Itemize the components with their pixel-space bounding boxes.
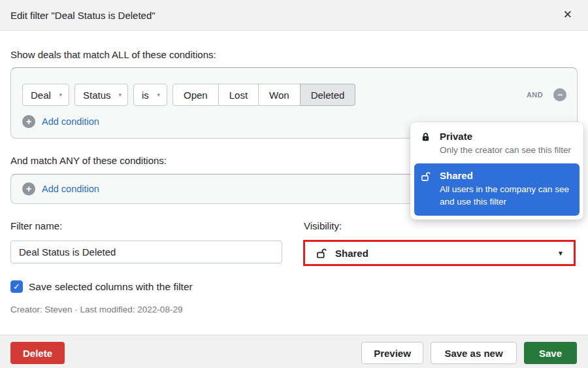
plus-icon: + xyxy=(22,182,35,195)
plus-icon: + xyxy=(22,115,35,128)
option-name: Shared xyxy=(440,170,573,181)
object-dropdown[interactable]: Deal ▾ xyxy=(22,84,69,106)
add-condition-button[interactable]: + Add condition xyxy=(22,115,99,128)
object-dropdown-value: Deal xyxy=(31,90,51,101)
field-dropdown-value: Status xyxy=(83,90,111,101)
modal-header: Edit filter "Deal Status is Deleted" ✕ xyxy=(0,0,588,31)
visibility-select[interactable]: Shared ▼ xyxy=(303,240,576,266)
operator-dropdown[interactable]: is ▾ xyxy=(133,84,167,106)
visibility-selected-value: Shared xyxy=(335,248,368,259)
caret-down-icon: ▼ xyxy=(557,250,564,257)
creator-meta: Creator: Steven · Last modified: 2022-08… xyxy=(10,305,182,314)
option-text: Shared All users in the company can see … xyxy=(440,170,573,208)
lock-open-icon xyxy=(421,171,431,208)
filter-name-input[interactable] xyxy=(10,241,282,263)
chevron-down-icon: ▾ xyxy=(119,92,122,98)
delete-button[interactable]: Delete xyxy=(10,342,65,364)
status-option-won[interactable]: Won xyxy=(258,84,301,106)
option-description: All users in the company can see and use… xyxy=(440,183,573,208)
save-columns-checkbox[interactable]: ✓ xyxy=(10,280,23,293)
visibility-label: Visibility: xyxy=(304,220,342,231)
option-description: Only the creator can see this filter xyxy=(440,144,571,156)
option-text: Private Only the creator can see this fi… xyxy=(440,131,571,156)
modal-title: Edit filter "Deal Status is Deleted" xyxy=(10,10,155,21)
save-columns-label: Save selected columns with the filter xyxy=(29,281,193,293)
filter-name-label: Filter name: xyxy=(10,220,62,231)
add-condition-label: Add condition xyxy=(42,116,99,127)
visibility-dropdown-menu: Private Only the creator can see this fi… xyxy=(410,122,583,220)
save-as-new-button[interactable]: Save as new xyxy=(431,342,517,364)
operator-dropdown-value: is xyxy=(142,90,149,101)
close-icon[interactable]: ✕ xyxy=(563,8,572,22)
visibility-option-shared[interactable]: Shared All users in the company can see … xyxy=(414,163,580,216)
add-condition-label: Add condition xyxy=(42,184,99,194)
visibility-option-private[interactable]: Private Only the creator can see this fi… xyxy=(410,122,583,162)
status-option-open[interactable]: Open xyxy=(172,84,219,106)
chevron-down-icon: ▾ xyxy=(59,92,62,98)
join-label: AND xyxy=(527,91,543,99)
field-dropdown[interactable]: Status ▾ xyxy=(74,84,128,106)
lock-open-icon xyxy=(316,248,327,259)
condition-row: Deal ▾ Status ▾ is ▾ Open Lost Won Delet… xyxy=(22,84,566,106)
status-option-deleted[interactable]: Deleted xyxy=(300,84,356,106)
option-name: Private xyxy=(440,131,571,142)
lock-closed-icon xyxy=(421,132,431,156)
any-conditions-heading: And match ANY of these conditions: xyxy=(10,155,167,166)
add-condition-button[interactable]: + Add condition xyxy=(22,182,99,195)
status-option-lost[interactable]: Lost xyxy=(218,84,259,106)
remove-condition-icon[interactable]: − xyxy=(553,88,566,101)
status-segmented-control: Open Lost Won Deleted xyxy=(172,84,355,106)
chevron-down-icon: ▾ xyxy=(157,92,160,98)
all-conditions-heading: Show deals that match ALL of these condi… xyxy=(10,49,216,60)
preview-button[interactable]: Preview xyxy=(361,342,423,364)
save-button[interactable]: Save xyxy=(524,342,577,364)
edit-filter-modal: Edit filter "Deal Status is Deleted" ✕ S… xyxy=(0,0,588,368)
check-icon: ✓ xyxy=(13,282,20,291)
